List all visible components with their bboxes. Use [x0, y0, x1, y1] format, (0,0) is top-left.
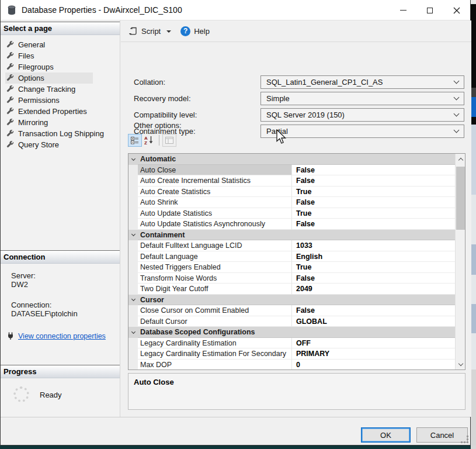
sidebar-page-item[interactable]: Permissions — [5, 95, 120, 106]
property-value-cell[interactable] — [291, 154, 455, 165]
property-value-cell[interactable]: False — [291, 305, 455, 316]
help-button[interactable]: ? Help — [180, 26, 210, 36]
property-value-cell[interactable]: True — [291, 186, 455, 198]
close-button[interactable] — [443, 0, 470, 20]
property-value-cell[interactable]: False — [291, 165, 455, 176]
row-gutter — [128, 154, 138, 165]
grid-row[interactable]: Default Cursor GLOBAL — [128, 316, 455, 327]
property-value-cell[interactable]: PRIMARY — [291, 348, 455, 360]
property-name-cell[interactable]: Automatic — [138, 154, 291, 165]
sort-alphabetical-icon: A Z — [144, 136, 154, 145]
recovery-model-select[interactable]: Simple — [260, 92, 464, 105]
categorized-button[interactable] — [128, 134, 142, 147]
grid-row[interactable]: Auto Shrink False — [128, 197, 455, 208]
sidebar-page-item[interactable]: Transaction Log Shipping — [5, 128, 120, 139]
property-value-cell[interactable] — [291, 295, 455, 306]
grid-row[interactable]: Auto Close False — [128, 165, 455, 176]
grid-row[interactable]: Transform Noise Words False — [128, 273, 455, 284]
property-name-cell[interactable]: Two Digit Year Cutoff — [138, 284, 291, 295]
property-name-cell[interactable]: Auto Shrink — [138, 197, 291, 208]
scroll-down-button[interactable] — [456, 360, 465, 369]
property-name-cell[interactable]: Nested Triggers Enabled — [138, 262, 291, 273]
grid-row[interactable]: Auto Update Statistics Asynchronously Fa… — [128, 219, 455, 230]
sidebar-page-item[interactable]: Change Tracking — [5, 84, 120, 95]
property-name-cell[interactable]: Containment — [138, 230, 291, 241]
property-value-cell[interactable]: 1033 — [291, 240, 455, 251]
property-name-cell[interactable]: Transform Noise Words — [138, 273, 291, 284]
grid-row[interactable]: Legacy Cardinality Estimation OFF — [128, 338, 455, 349]
sidebar-page-item[interactable]: Files — [5, 50, 120, 61]
other-options-label: Other options: — [134, 121, 182, 130]
property-value-cell[interactable]: True — [291, 208, 455, 219]
dialog-toolbar: Script ? Help — [121, 20, 471, 42]
property-name-cell[interactable]: Default Language — [138, 251, 291, 263]
sidebar-page-item[interactable]: General — [5, 39, 120, 50]
scroll-up-button[interactable] — [456, 154, 465, 164]
maximize-button[interactable] — [416, 0, 443, 20]
property-name-cell[interactable]: Auto Close — [138, 165, 291, 176]
grid-scrollbar[interactable] — [455, 154, 465, 369]
sidebar-page-item[interactable]: Options — [5, 72, 93, 84]
connection-label: Connection: — [11, 301, 120, 309]
grid-toolbar: A Z — [128, 133, 176, 147]
property-value-cell[interactable]: True — [291, 262, 455, 273]
property-name-cell[interactable]: Max DOP — [138, 360, 291, 371]
grid-row[interactable]: Nested Triggers Enabled True — [128, 262, 455, 273]
property-value-cell[interactable]: False — [291, 219, 455, 230]
grid-row[interactable]: Automatic — [128, 154, 455, 165]
scrollbar-thumb[interactable] — [456, 167, 465, 230]
property-name-cell[interactable]: Legacy Cardinality Estimation For Second… — [138, 348, 291, 360]
alphabetical-sort-button[interactable]: A Z — [142, 134, 156, 147]
property-name-cell[interactable]: Cursor — [138, 295, 291, 306]
sidebar-page-item[interactable]: Filegroups — [5, 61, 120, 72]
grid-row[interactable]: Containment — [128, 230, 455, 241]
cancel-button[interactable]: Cancel — [416, 427, 468, 443]
property-value-cell[interactable]: GLOBAL — [291, 316, 455, 327]
property-pages-button[interactable] — [162, 134, 176, 147]
sidebar-page-item[interactable]: Extended Properties — [5, 106, 120, 117]
property-name-cell[interactable]: Auto Create Statistics — [138, 186, 291, 198]
property-value-cell[interactable]: False — [291, 197, 455, 208]
grid-row[interactable]: Close Cursor on Commit Enabled False — [128, 305, 455, 316]
script-dropdown-caret-icon[interactable] — [166, 30, 171, 33]
property-name-cell[interactable]: Close Cursor on Commit Enabled — [138, 305, 291, 316]
property-value-cell[interactable]: 0 — [291, 360, 455, 371]
containment-type-select[interactable]: Partial — [260, 125, 464, 138]
wrench-icon — [6, 96, 14, 104]
grid-row[interactable]: Cursor — [128, 295, 455, 306]
property-name-cell[interactable]: Database Scoped Configurations — [138, 327, 291, 338]
grid-row[interactable]: Two Digit Year Cutoff 2049 — [128, 284, 455, 295]
property-name-cell[interactable]: Auto Update Statistics — [138, 208, 291, 219]
grid-row[interactable]: Max DOP 0 — [128, 360, 455, 371]
titlebar[interactable]: Database Properties - DwAirxcel_DIC_S100 — [1, 0, 470, 20]
property-value-cell[interactable] — [291, 230, 455, 241]
sidebar-page-item[interactable]: Query Store — [5, 139, 120, 150]
grid-row[interactable]: Legacy Cardinality Estimation For Second… — [128, 348, 455, 360]
property-value-cell[interactable]: OFF — [291, 338, 455, 349]
grid-row[interactable]: Default Fulltext Language LCID 1033 — [128, 240, 455, 251]
property-value-cell[interactable]: English — [291, 251, 455, 263]
property-name-cell[interactable]: Legacy Cardinality Estimation — [138, 338, 291, 349]
grid-row[interactable]: Auto Create Statistics True — [128, 186, 455, 198]
property-value-cell[interactable]: False — [291, 175, 455, 186]
view-connection-properties-link[interactable]: View connection properties — [18, 332, 106, 340]
property-value-cell[interactable]: False — [291, 273, 455, 284]
ok-button[interactable]: OK — [361, 427, 411, 443]
minimize-button[interactable] — [390, 0, 416, 20]
compatibility-level-select[interactable]: SQL Server 2019 (150) — [260, 108, 464, 122]
containment-type-row: Containment type: Partial — [134, 125, 464, 138]
property-name-cell[interactable]: Default Fulltext Language LCID — [138, 240, 291, 251]
script-button[interactable]: Script — [128, 26, 177, 36]
grid-row[interactable]: Database Scoped Configurations — [128, 327, 455, 338]
resize-grip[interactable] — [467, 441, 468, 443]
property-name-cell[interactable]: Auto Create Incremental Statistics — [138, 175, 291, 186]
grid-row[interactable]: Auto Update Statistics True — [128, 208, 455, 219]
grid-row[interactable]: Auto Create Incremental Statistics False — [128, 175, 455, 186]
sidebar-page-item[interactable]: Mirroring — [5, 117, 120, 128]
property-value-cell[interactable]: 2049 — [291, 284, 455, 295]
grid-row[interactable]: Default Language English — [128, 251, 455, 263]
property-name-cell[interactable]: Default Cursor — [138, 316, 291, 327]
collation-select[interactable]: SQL_Latin1_General_CP1_CI_AS — [260, 75, 464, 89]
property-value-cell[interactable] — [291, 327, 455, 338]
property-name-cell[interactable]: Auto Update Statistics Asynchronously — [138, 219, 291, 230]
